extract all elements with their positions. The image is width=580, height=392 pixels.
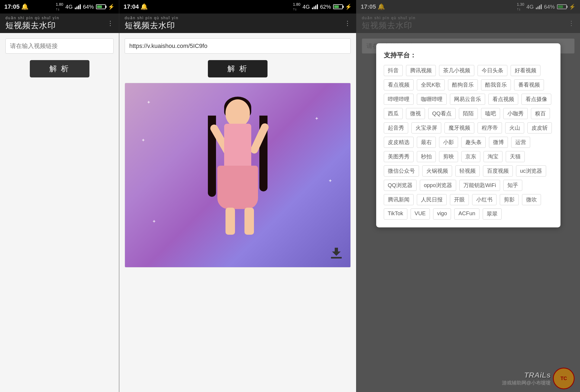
status-bar-middle: 17:04 🔔 1.80 ↑↓ 4G 62% ⚡: [119, 0, 356, 14]
status-time-left: 17:05 🔔: [4, 3, 28, 10]
parse-button-left[interactable]: 解 析: [30, 60, 89, 77]
svg-rect-0: [331, 257, 342, 259]
download-button[interactable]: [328, 244, 345, 262]
download-icon: [330, 247, 343, 260]
sparkle-5: ✦: [152, 218, 156, 224]
platform-tag[interactable]: 小红书: [472, 194, 497, 205]
battery-fill-left: [97, 5, 102, 8]
platform-tag[interactable]: uc浏览器: [516, 165, 546, 177]
body: [224, 124, 251, 172]
platform-tag[interactable]: 西瓜: [384, 108, 403, 119]
platform-tag[interactable]: 网易云音乐: [450, 94, 485, 105]
platform-tag[interactable]: 火锅视频: [422, 165, 452, 177]
platform-tag[interactable]: 微吹: [522, 194, 541, 205]
platform-tag[interactable]: 微信公众号: [384, 165, 419, 177]
platform-tag[interactable]: 魔牙视频: [444, 122, 474, 133]
platform-tag[interactable]: 皮皮斩: [527, 122, 552, 133]
network-info-middle: 1.80 ↑↓: [293, 2, 300, 11]
platform-tag[interactable]: 起音秀: [384, 122, 408, 133]
app-title-left: duǎn shì pín qù shuǐ yìn 短视频去水印: [5, 16, 59, 31]
left-panel: 17:05 🔔 1.80 ↑↓ 4G 64% ⚡ duǎn shì pín qù…: [0, 0, 119, 392]
platform-tag[interactable]: 腾讯新闻: [384, 194, 414, 205]
platform-tag[interactable]: 嗑吧: [481, 108, 500, 119]
url-input-left[interactable]: [5, 38, 114, 54]
platform-tag[interactable]: 淘宝: [484, 151, 502, 162]
platform-tag[interactable]: 剪映: [439, 151, 458, 162]
platform-tag[interactable]: ACFun: [454, 208, 479, 220]
platform-tag[interactable]: 小影: [439, 137, 458, 148]
platform-tag[interactable]: 看点视频: [488, 94, 518, 105]
platform-tag[interactable]: 程序帝: [478, 122, 502, 133]
platform-tag[interactable]: 番看视频: [514, 79, 544, 90]
more-menu-left[interactable]: ⋮: [107, 19, 114, 27]
platform-tag[interactable]: VUE: [411, 208, 430, 220]
battery-bar-middle: [333, 4, 343, 9]
content-area-middle: 解 析 ✦ ✦ ✦: [119, 33, 356, 392]
platform-tag[interactable]: 茶几小视频: [439, 65, 474, 76]
lightning-left: ⚡: [108, 4, 115, 10]
platform-tag[interactable]: 皮皮精选: [384, 137, 414, 148]
platform-tag[interactable]: 轻视频: [455, 165, 480, 177]
platform-tag[interactable]: 万能钥匙WiFi: [459, 180, 500, 191]
platform-tag[interactable]: 最右: [417, 137, 436, 148]
platform-tag[interactable]: 小咖秀: [503, 108, 528, 119]
content-area-right: 解 析 支持平台： 抖音腾讯视频茶几小视频今日头条好看视频看点视频全民K歌酷狗音…: [356, 33, 580, 392]
head: [225, 99, 250, 126]
time-middle: 17:04: [124, 3, 139, 10]
dialog-confirm-area: 知道了: [384, 224, 553, 227]
sparkle-3: ✦: [141, 137, 145, 143]
platform-tag[interactable]: 开眼: [450, 194, 469, 205]
platform-tag[interactable]: 剪影: [500, 194, 519, 205]
platform-tag[interactable]: 天猫: [506, 151, 525, 162]
app-bar-left: duǎn shì pín qù shuǐ yìn 短视频去水印 ⋮: [0, 14, 119, 33]
signal-label-middle: 4G: [302, 4, 310, 10]
platform-tag[interactable]: 酷我音乐: [481, 79, 511, 90]
platform-tag[interactable]: 翠翠: [483, 208, 502, 220]
platform-tag[interactable]: oppo浏览器: [420, 180, 456, 191]
platform-tag[interactable]: 看点视频: [384, 79, 414, 90]
dialog-title: 支持平台：: [384, 51, 553, 60]
signal-label-left: 4G: [65, 4, 73, 10]
platform-tag[interactable]: 腾讯视频: [406, 65, 436, 76]
platform-tag[interactable]: 全民K歌: [417, 79, 445, 90]
platform-tag[interactable]: 看点摄像: [521, 94, 551, 105]
platform-tag[interactable]: QQ看点: [428, 108, 456, 119]
platform-tag[interactable]: 运营: [511, 137, 530, 148]
skirt: [217, 166, 258, 209]
platform-tag[interactable]: 人民日报: [417, 194, 447, 205]
platform-tag[interactable]: 酷狗音乐: [448, 79, 478, 90]
video-thumbnail-figure: [202, 97, 273, 254]
platform-tag[interactable]: QQ浏览器: [384, 180, 417, 191]
platform-tag[interactable]: 知乎: [503, 180, 522, 191]
platform-tag[interactable]: 今日头条: [478, 65, 507, 76]
status-right-left: 1.80 ↑↓ 4G 64% ⚡: [56, 2, 115, 11]
platform-tag[interactable]: 糗百: [531, 108, 550, 119]
lightning-middle: ⚡: [345, 4, 352, 10]
platform-tag[interactable]: 秒拍: [417, 151, 436, 162]
platform-tag[interactable]: 美图秀秀: [384, 151, 414, 162]
platform-tag[interactable]: 趣头条: [461, 137, 486, 148]
more-menu-middle[interactable]: ⋮: [344, 19, 351, 27]
url-input-middle[interactable]: [125, 38, 351, 54]
platform-tag[interactable]: 火宝录屏: [411, 122, 441, 133]
platform-tag[interactable]: 咖喱哔哩: [417, 94, 447, 105]
platform-tag[interactable]: TikTok: [384, 208, 407, 220]
platform-tag[interactable]: 微博: [489, 137, 508, 148]
platform-tag[interactable]: vigo: [433, 208, 451, 220]
parse-button-middle[interactable]: 解 析: [208, 60, 268, 77]
app-title-chinese-middle: 短视频去水印: [125, 20, 179, 31]
platform-tag[interactable]: 微视: [406, 108, 425, 119]
sparkle-1: ✦: [147, 99, 151, 105]
platform-tag[interactable]: 哔哩哔哩: [384, 94, 414, 105]
platform-tag[interactable]: 陌陌: [459, 108, 478, 119]
platform-tag[interactable]: 抖音: [384, 65, 403, 76]
platform-tag[interactable]: 百度视频: [483, 165, 513, 177]
platform-tag[interactable]: 好看视频: [511, 65, 540, 76]
platform-tag[interactable]: 京东: [461, 151, 480, 162]
platform-tag[interactable]: 火山: [505, 122, 524, 133]
supported-platforms-dialog: 支持平台： 抖音腾讯视频茶几小视频今日头条好看视频看点视频全民K歌酷狗音乐酷我音…: [376, 43, 560, 227]
video-image: ✦ ✦ ✦ ✦ ✦: [125, 83, 350, 267]
app-bar-middle: duǎn shì pín qù shuǐ yìn 短视频去水印 ⋮: [119, 14, 356, 33]
app-pinyin-left: duǎn shì pín qù shuǐ yìn: [5, 16, 59, 20]
signal-bars-left: [75, 4, 81, 9]
